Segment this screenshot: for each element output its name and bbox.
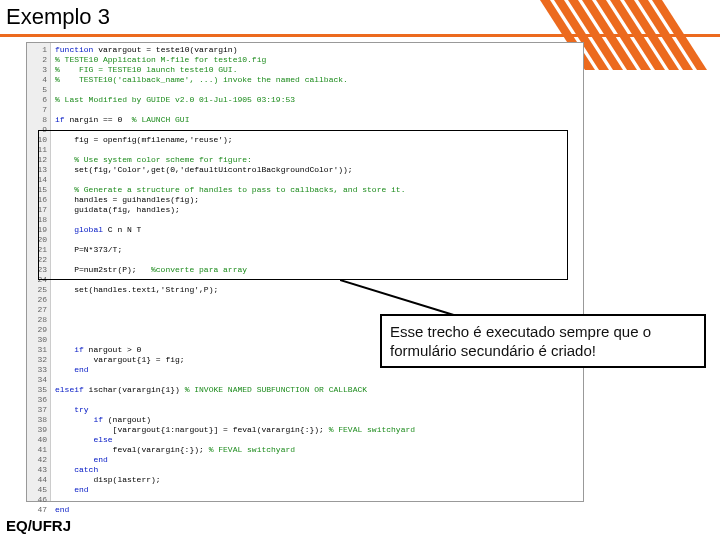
callout-text: Esse trecho é executado sempre que o for… <box>390 323 651 359</box>
title-underline <box>0 34 720 37</box>
line-number-gutter: 1 2 3 4 5 6 7 8 9 10 11 12 13 14 15 16 1… <box>27 43 51 501</box>
callout-box: Esse trecho é executado sempre que o for… <box>380 314 706 368</box>
code-editor: 1 2 3 4 5 6 7 8 9 10 11 12 13 14 15 16 1… <box>26 42 584 502</box>
slide: Exemplo 3 1 2 3 4 5 6 7 8 9 10 11 12 13 … <box>0 0 720 540</box>
footer-label: EQ/UFRJ <box>6 517 71 534</box>
slide-title: Exemplo 3 <box>6 4 110 30</box>
title-bar: Exemplo 3 <box>0 0 720 42</box>
code-content: function varargout = teste10(varargin) %… <box>51 43 583 501</box>
